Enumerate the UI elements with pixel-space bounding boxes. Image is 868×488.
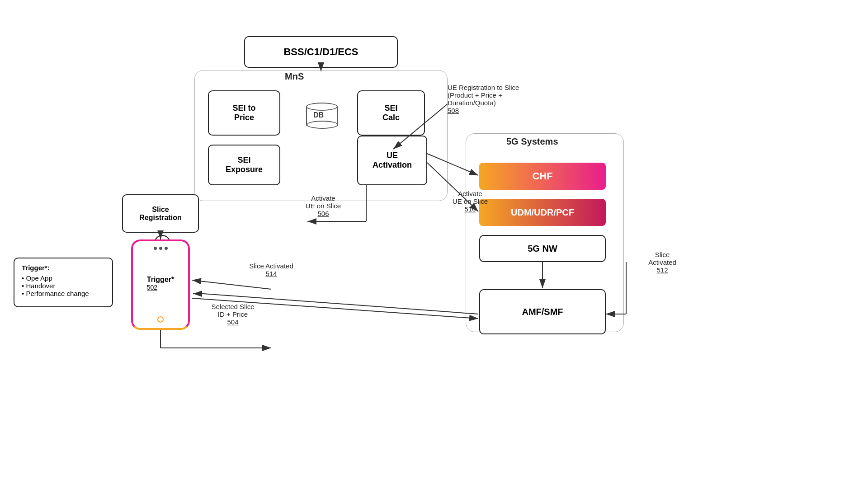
selected-slice-num: 504	[227, 318, 238, 326]
trigger-item-3: • Performance change	[22, 290, 105, 297]
amf-label: AMF/SMF	[522, 307, 563, 317]
trigger-box: Trigger*: • Ope App • Handover • Perform…	[14, 258, 113, 307]
slice-reg-box: SliceRegistration	[122, 194, 199, 233]
phone-home-button	[157, 316, 164, 323]
ue-activation-box: UEActivation	[357, 136, 427, 185]
slice-activated-512-label: SliceActivated512	[633, 251, 692, 274]
amf-box: AMF/SMF	[479, 289, 606, 334]
ue-activation-label: UEActivation	[373, 151, 412, 170]
sei-price-box: SEI toPrice	[208, 90, 280, 136]
sei-calc-label: SEICalc	[382, 103, 400, 122]
phone-number: 502	[147, 284, 174, 291]
trigger-item-2: • Handover	[22, 282, 105, 290]
fg-nw-label: 5G NW	[528, 244, 557, 254]
udm-label: UDM/UDR/PCF	[511, 207, 574, 218]
fg-nw-box: 5G NW	[479, 235, 606, 262]
selected-slice-label: Selected SliceID + Price504	[197, 303, 269, 326]
ue-registration-label: UE Registration to Slice(Product + Price…	[448, 84, 538, 114]
sei-exposure-label: SEIExposure	[226, 155, 263, 174]
chf-box: CHF	[479, 163, 606, 190]
trigger-item-1: • Ope App	[22, 274, 105, 282]
slice-reg-label: SliceRegistration	[139, 206, 181, 222]
db-label: DB	[313, 111, 324, 119]
bss-box: BSS/C1/D1/ECS	[244, 36, 398, 68]
slice-activated-514-num: 514	[265, 270, 277, 277]
sei-calc-box: SEICalc	[357, 90, 425, 136]
slice-activated-514-label: Slice Activated514	[235, 262, 307, 277]
fg-label: 5G Systems	[506, 136, 558, 147]
phone-trigger-label: Trigger*	[147, 276, 174, 284]
phone-dots	[154, 247, 168, 250]
chf-label: CHF	[532, 170, 552, 182]
svg-line-15	[192, 280, 271, 289]
mns-label: MnS	[285, 71, 304, 82]
activate-506-label: ActivateUE on Slice506	[294, 194, 353, 217]
slice-activated-512-num: 512	[656, 266, 668, 274]
bss-label: BSS/C1/D1/ECS	[283, 46, 358, 58]
ue-reg-num: 508	[448, 107, 459, 114]
activate-510-num: 510	[464, 205, 476, 213]
sei-price-label: SEI toPrice	[232, 103, 255, 122]
sei-exposure-box: SEIExposure	[208, 145, 280, 185]
phone: Trigger* 502	[131, 239, 190, 330]
trigger-title: Trigger*:	[22, 264, 105, 272]
activate-510-label: ActivateUE on Slice510	[441, 190, 500, 213]
activate-506-num: 506	[317, 210, 329, 217]
